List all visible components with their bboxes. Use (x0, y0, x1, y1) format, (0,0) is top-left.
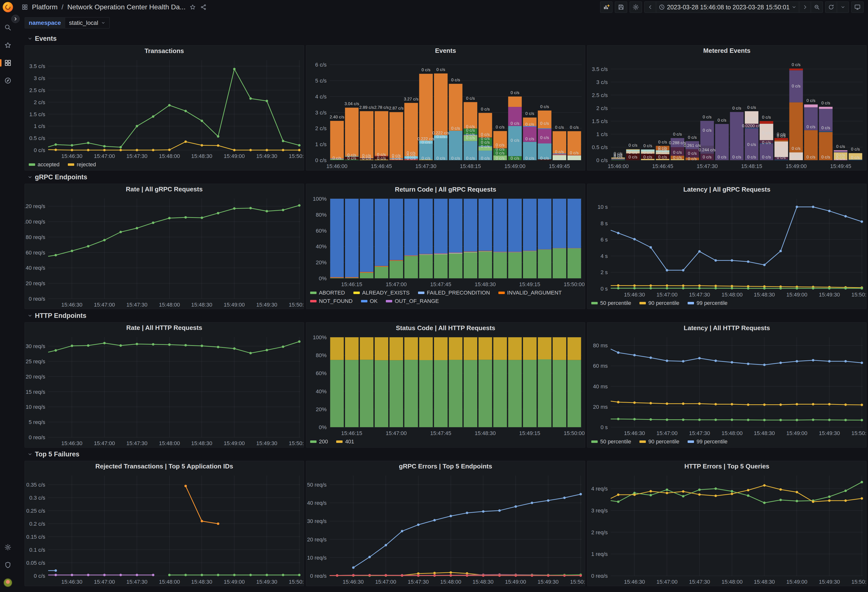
refresh-button[interactable] (825, 1, 837, 13)
svg-text:2.40 c/s: 2.40 c/s (329, 115, 344, 119)
chart-events[interactable]: 0 c/s1 c/s2 c/s3 c/s4 c/s5 c/s6 c/s2.40 … (306, 56, 585, 162)
save-dashboard-button[interactable] (615, 1, 627, 13)
explore-compass-icon[interactable] (3, 76, 12, 85)
panel-title[interactable]: gRPC Errors | Top 5 Endpoints (306, 461, 585, 472)
legend-item[interactable]: OUT_OF_RANGE (386, 298, 439, 304)
legend-item[interactable]: 99 percentile (688, 300, 728, 306)
svg-text:0 s: 0 s (601, 286, 608, 291)
section-header-events[interactable]: Events (25, 32, 867, 45)
breadcrumb-app[interactable]: Platform (32, 3, 58, 11)
starred-icon[interactable] (3, 41, 12, 50)
legend-item[interactable]: 401 (336, 439, 354, 445)
legend-item[interactable]: 200 (310, 439, 328, 445)
panel-legend: 50 percentile90 percentile99 percentile (588, 437, 866, 445)
panel-title[interactable]: Rate | All HTTP Requests (25, 323, 304, 333)
svg-text:4 c/s: 4 c/s (315, 94, 326, 100)
svg-text:0 c/s: 0 c/s (644, 150, 652, 155)
grafana-logo[interactable] (3, 2, 13, 12)
time-range-picker[interactable]: 2023-03-28 15:46:08 to 2023-03-28 15:50:… (656, 1, 799, 13)
svg-text:100%: 100% (313, 196, 326, 202)
panel-title[interactable]: Rate | All gRPC Requests (25, 184, 304, 194)
user-avatar[interactable] (3, 578, 12, 587)
svg-text:40%: 40% (316, 243, 326, 250)
svg-text:0 c/s: 0 c/s (511, 138, 519, 143)
svg-text:0 c/s: 0 c/s (511, 90, 519, 95)
chart-grpc-errors-top5[interactable]: 0 req/s10 req/s20 req/s30 req/s40 req/s5… (306, 472, 585, 578)
svg-text:60 ms: 60 ms (593, 363, 608, 369)
kiosk-mode-button[interactable] (851, 1, 864, 13)
share-icon[interactable] (200, 3, 207, 11)
panel-title[interactable]: Return Code | All gRPC Requests (306, 184, 585, 195)
panel-title[interactable]: Events (306, 46, 585, 56)
legend-item[interactable]: rejected (68, 161, 96, 168)
legend-item[interactable]: 90 percentile (639, 439, 679, 445)
panel-title[interactable]: HTTP Errors | Top 5 Queries (588, 461, 866, 472)
variable-namespace-dropdown[interactable]: static_local (65, 17, 110, 28)
legend-item[interactable]: NOT_FOUND (310, 298, 353, 304)
search-icon[interactable] (3, 23, 12, 32)
svg-text:3 c/s: 3 c/s (34, 75, 45, 81)
svg-text:4 s: 4 s (601, 253, 608, 259)
svg-text:3.04 c/s: 3.04 c/s (344, 102, 359, 106)
chart-transactions[interactable]: 0 c/s0.5 c/s1 c/s1.5 c/s2 c/s2.5 c/s3 c/… (25, 56, 304, 152)
chart-grpc-return[interactable]: 0%20%40%60%80%100% (306, 195, 585, 280)
legend-swatch (498, 292, 505, 294)
legend-item[interactable]: FAILED_PRECONDITION (418, 290, 490, 296)
svg-text:2 c/s: 2 c/s (315, 125, 326, 131)
panel-title[interactable]: Latency | All gRPC Requests (588, 184, 866, 195)
panel-title[interactable]: Metered Events (588, 46, 866, 56)
add-panel-button[interactable] (600, 1, 613, 13)
chart-http-latency[interactable]: 0 s20 ms40 ms60 ms80 ms (588, 333, 866, 429)
legend-item[interactable]: OK (361, 298, 378, 304)
chart-metered[interactable]: 0 c/s0.5 c/s1 c/s1.5 c/s2 c/s2.5 c/s3 c/… (588, 56, 866, 162)
section-header-grpc-endpoints[interactable]: gRPC Endpoints (25, 171, 867, 184)
legend-item[interactable]: ABORTED (310, 290, 345, 296)
legend-item[interactable]: accepted (29, 161, 59, 168)
section-header-top5-failures[interactable]: Top 5 Failures (25, 448, 867, 461)
svg-text:0 c/s: 0 c/s (436, 67, 445, 72)
legend-item[interactable]: INVALID_ARGUMENT (498, 290, 562, 296)
time-shift-back-button[interactable] (644, 1, 656, 13)
dashboard-settings-button[interactable] (630, 1, 642, 13)
section-header-http-endpoints[interactable]: HTTP Endpoints (25, 309, 867, 322)
dashboards-icon[interactable] (3, 59, 12, 67)
panel-title[interactable]: Transactions (25, 46, 304, 56)
chart-grpc-rate[interactable]: 0 req/s20 req/s40 req/s60 req/s80 req/s1… (25, 194, 304, 301)
legend-label: accepted (38, 161, 59, 168)
settings-gear-icon[interactable] (3, 543, 12, 552)
svg-text:6 c/s: 6 c/s (315, 62, 326, 68)
legend-item[interactable]: 50 percentile (591, 300, 631, 306)
legend-item[interactable]: 50 percentile (591, 439, 631, 445)
svg-text:0 c/s: 0 c/s (792, 146, 801, 151)
page-title[interactable]: Network Operation Center Health Da... (67, 3, 186, 11)
legend-item[interactable]: 99 percentile (688, 439, 728, 445)
svg-text:3 req/s: 3 req/s (591, 508, 608, 514)
legend-item[interactable]: 90 percentile (639, 300, 679, 306)
panel-title[interactable]: Rejected Transactions | Top 5 Applicatio… (25, 461, 304, 472)
time-shift-forward-button[interactable] (799, 1, 811, 13)
chart-grpc-latency[interactable]: 0 s2 s4 s6 s8 s10 s (588, 195, 866, 291)
legend-label: OK (370, 298, 378, 304)
section-label: gRPC Endpoints (35, 174, 87, 181)
sidebar (0, 0, 16, 592)
panel-title[interactable]: Status Code | All HTTP Requests (306, 323, 585, 333)
svg-text:120 req/s: 120 req/s (25, 203, 45, 209)
svg-text:0.5 c/s: 0.5 c/s (592, 144, 608, 150)
svg-text:0 c/s: 0 c/s (807, 98, 815, 103)
panel-title[interactable]: Latency | All HTTP Requests (588, 323, 866, 333)
star-icon[interactable] (189, 3, 196, 11)
refresh-interval-dropdown[interactable] (837, 1, 849, 13)
chart-rejected-top5[interactable]: 0 c/s0.05 c/s0.1 c/s0.15 c/s0.2 c/s0.25 … (25, 472, 304, 578)
legend-label: 90 percentile (648, 300, 679, 306)
admin-shield-icon[interactable] (3, 561, 12, 569)
chart-http-status[interactable]: 0%20%40%60%80%100% (306, 333, 585, 429)
chart-http-errors-top5[interactable]: 0 req/s1 req/s2 req/s3 req/s4 req/s (588, 472, 866, 578)
chart-http-rate[interactable]: 0 req/s5 req/s10 req/s15 req/s20 req/s25… (25, 333, 304, 439)
legend-swatch (639, 302, 646, 304)
legend-item[interactable]: ALREADY_EXISTS (353, 290, 410, 296)
zoom-out-button[interactable] (811, 1, 823, 13)
svg-text:0 c/s: 0 c/s (540, 121, 549, 126)
sidebar-expand-button[interactable] (11, 15, 20, 23)
legend-swatch (310, 300, 316, 302)
panel-legend: ABORTEDALREADY_EXISTSFAILED_PRECONDITION… (306, 289, 585, 304)
